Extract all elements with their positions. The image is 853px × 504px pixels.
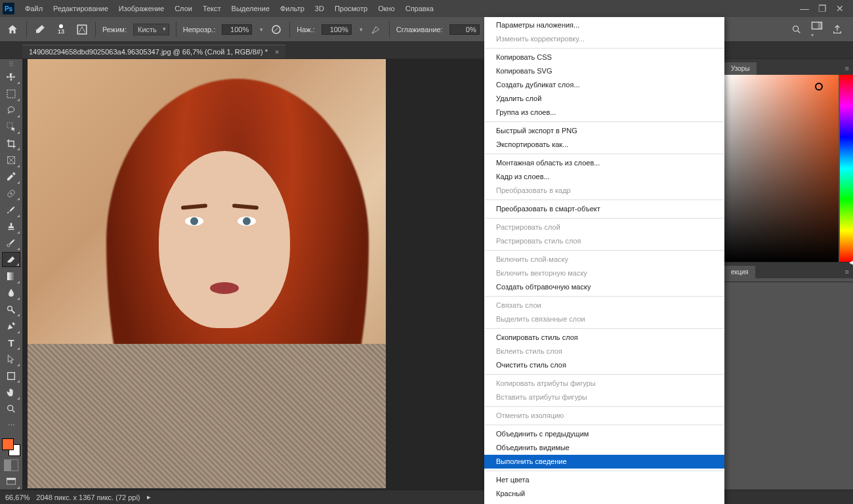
context-menu-item[interactable]: Копировать SVG xyxy=(484,64,724,78)
eyedropper-tool[interactable] xyxy=(2,169,20,184)
color-swatches[interactable] xyxy=(2,438,20,456)
share-icon[interactable] xyxy=(832,24,843,35)
type-tool[interactable]: T xyxy=(2,335,20,350)
move-tool[interactable] xyxy=(2,70,20,85)
hue-slider[interactable]: ◀ xyxy=(840,75,853,262)
healing-tool[interactable] xyxy=(2,186,20,201)
opacity-label: Непрозр.: xyxy=(183,26,215,33)
correction-tab[interactable]: екция xyxy=(724,266,755,278)
menu-edit[interactable]: Редактирование xyxy=(48,0,114,17)
context-menu-item[interactable]: Удалить слой xyxy=(484,92,724,106)
crop-tool[interactable] xyxy=(2,136,20,151)
workspace-switcher-icon[interactable]: ▾ xyxy=(811,21,823,38)
context-menu-item[interactable]: Монтажная область из слоев... xyxy=(484,156,724,170)
quick-select-tool[interactable] xyxy=(2,119,20,135)
smoothing-field[interactable]: 0% xyxy=(449,24,480,35)
patterns-tab[interactable]: Узоры xyxy=(724,62,757,75)
context-menu-item[interactable]: Объединить с предыдущим xyxy=(484,427,724,441)
path-select-tool[interactable] xyxy=(2,352,20,367)
pressure-opacity-icon[interactable] xyxy=(270,23,283,36)
svg-rect-5 xyxy=(7,90,15,98)
options-bar: 13 Режим: Кисть Непрозр.: 100%▾ Наж.: 10… xyxy=(0,17,853,42)
svg-rect-10 xyxy=(7,272,15,280)
context-menu-item[interactable]: Копировать CSS xyxy=(484,51,724,64)
eraser-tool-icon[interactable] xyxy=(33,23,47,36)
brush-preset[interactable]: 13 xyxy=(53,24,69,35)
menu-file[interactable]: Файл xyxy=(20,0,48,17)
svg-rect-4 xyxy=(818,22,822,29)
close-button[interactable]: ✕ xyxy=(836,3,844,14)
context-menu-item[interactable]: Объединить видимые xyxy=(484,441,724,455)
search-icon[interactable] xyxy=(791,24,802,35)
context-menu-item: Вставить атрибуты фигуры xyxy=(484,390,724,404)
context-menu-item[interactable]: Скопировать стиль слоя xyxy=(484,331,724,345)
home-button[interactable] xyxy=(5,22,20,37)
grip-icon[interactable]: ⠿ xyxy=(2,60,20,68)
edit-toolbar[interactable]: ⋯ xyxy=(2,418,20,433)
context-menu-item[interactable]: Кадр из слоев... xyxy=(484,170,724,184)
stamp-tool[interactable] xyxy=(2,219,20,234)
menu-filter[interactable]: Фильтр xyxy=(275,0,310,17)
context-menu-item[interactable]: Создать обтравочную маску xyxy=(484,280,724,294)
minimize-button[interactable]: — xyxy=(800,3,809,14)
menu-help[interactable]: Справка xyxy=(400,0,439,17)
menu-image[interactable]: Изображение xyxy=(114,0,169,17)
context-menu-item[interactable]: Очистить стиль слоя xyxy=(484,358,724,372)
context-menu-item: Включить слой-маску xyxy=(484,253,724,266)
menu-select[interactable]: Выделение xyxy=(226,0,275,17)
menu-3d[interactable]: 3D xyxy=(310,0,329,17)
context-menu-item[interactable]: Нет цвета xyxy=(484,473,724,487)
brush-tool[interactable] xyxy=(2,202,20,217)
lasso-tool[interactable] xyxy=(2,103,20,118)
chevron-right-icon[interactable]: ▸ xyxy=(147,493,151,501)
color-picker-field[interactable] xyxy=(724,75,839,262)
eraser-tool[interactable] xyxy=(2,252,20,267)
hand-tool[interactable] xyxy=(2,385,20,400)
layer-context-menu: Параметры наложения...Изменить корректир… xyxy=(484,17,724,504)
maximize-button[interactable]: ❐ xyxy=(818,3,827,14)
dodge-tool[interactable] xyxy=(2,302,20,317)
color-picker-cursor[interactable] xyxy=(815,83,823,91)
quick-mask-toggle[interactable] xyxy=(2,457,20,472)
flow-field[interactable]: 100% xyxy=(322,24,352,35)
context-menu-item[interactable]: Группа из слоев... xyxy=(484,106,724,119)
pen-tool[interactable] xyxy=(2,318,20,333)
context-menu-item[interactable]: Выполнить сведение xyxy=(484,455,724,469)
menu-view[interactable]: Просмотр xyxy=(329,0,373,17)
chevron-down-icon[interactable]: ▾ xyxy=(360,26,363,33)
frame-tool[interactable] xyxy=(2,152,20,167)
hue-slider-thumb[interactable]: ◀ xyxy=(849,259,853,266)
document-tab-bar: 149080294658dbd9025063a4.96305347.jpg @ … xyxy=(0,42,853,59)
menu-text[interactable]: Текст xyxy=(198,0,226,17)
airbrush-icon[interactable] xyxy=(369,23,383,36)
panel-menu-icon[interactable]: ≡ xyxy=(841,62,853,75)
context-menu-item[interactable]: Красный xyxy=(484,487,724,501)
zoom-tool[interactable] xyxy=(2,402,20,417)
history-brush-tool[interactable] xyxy=(2,236,20,251)
screen-mode-toggle[interactable] xyxy=(2,474,20,490)
shape-tool[interactable] xyxy=(2,368,20,383)
context-menu-item[interactable]: Экспортировать как... xyxy=(484,138,724,152)
panel-menu-icon[interactable]: ≡ xyxy=(841,265,853,278)
context-menu-item[interactable]: Преобразовать в смарт-объект xyxy=(484,202,724,216)
context-menu-item[interactable]: Создать дубликат слоя... xyxy=(484,78,724,92)
context-menu-item[interactable]: Быстрый экспорт в PNG xyxy=(484,124,724,138)
gradient-tool[interactable] xyxy=(2,268,20,284)
opacity-field[interactable]: 100% xyxy=(222,24,252,35)
context-menu-item[interactable]: Параметры наложения... xyxy=(484,18,724,32)
chevron-down-icon[interactable]: ▾ xyxy=(260,26,263,33)
zoom-level[interactable]: 66,67% xyxy=(5,494,30,501)
context-menu-item: Вклеить стиль слоя xyxy=(484,345,724,358)
menu-window[interactable]: Окно xyxy=(373,0,400,17)
menu-layers[interactable]: Слои xyxy=(169,0,198,17)
doc-dimensions[interactable]: 2048 пикс. x 1367 пикс. (72 ppi) xyxy=(36,494,140,501)
marquee-tool[interactable] xyxy=(2,86,20,101)
brush-settings-icon[interactable] xyxy=(75,23,89,36)
window-controls: — ❐ ✕ xyxy=(800,3,850,14)
document-tab[interactable]: 149080294658dbd9025063a4.96305347.jpg @ … xyxy=(22,45,285,58)
context-menu-item[interactable]: Оранжевый xyxy=(484,501,724,504)
close-tab-icon[interactable]: × xyxy=(275,48,279,56)
blur-tool[interactable] xyxy=(2,285,20,301)
mode-combo[interactable]: Кисть xyxy=(133,24,169,35)
context-menu-item: Растрировать слой xyxy=(484,220,724,234)
